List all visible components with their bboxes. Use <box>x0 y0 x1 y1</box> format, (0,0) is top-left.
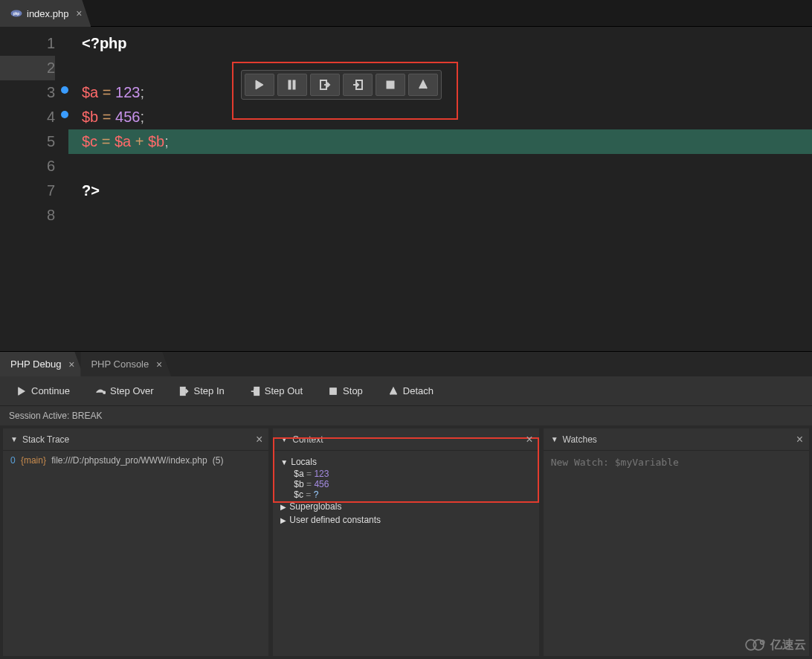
line-number: 2 <box>0 56 55 80</box>
debug-panel: PHP Debug × PHP Console × Continue Step … <box>0 351 812 659</box>
svg-rect-4 <box>293 80 295 89</box>
step-over-button[interactable]: Step Over <box>88 381 161 401</box>
code-token: ; <box>140 109 144 125</box>
step-in-button[interactable] <box>310 74 340 96</box>
line-number: 8 <box>0 203 55 228</box>
code-token: $b <box>148 133 164 150</box>
watermark: 亿速云 <box>742 637 806 653</box>
panel-context: ▼ Context × ▼Locals $a = 123 $b = 456 $c… <box>273 428 538 656</box>
var-value: 456 <box>314 479 329 489</box>
step-out-button[interactable] <box>343 74 373 96</box>
panel-title: Context <box>292 434 323 445</box>
chevron-down-icon: ▼ <box>280 458 288 466</box>
panel-header[interactable]: ▼ Watches × <box>544 428 809 451</box>
bottom-tab-bar: PHP Debug × PHP Console × <box>0 351 812 376</box>
button-label: Detach <box>403 385 434 396</box>
chevron-right-icon: ▶ <box>280 503 286 511</box>
code-token: 456 <box>115 109 140 125</box>
session-status: Session Active: BREAK <box>0 406 812 425</box>
breakpoint-marker[interactable] <box>61 86 68 94</box>
continue-button[interactable]: Continue <box>9 381 77 401</box>
frame-index: 0 <box>10 455 16 466</box>
context-var[interactable]: $c = ? <box>280 489 531 500</box>
code-token: 123 <box>115 84 140 100</box>
stop-button[interactable]: Stop <box>320 381 370 401</box>
frame-main: {main} <box>21 455 46 466</box>
button-label: Step Out <box>265 385 303 396</box>
var-value: 123 <box>314 469 329 479</box>
close-icon[interactable]: × <box>526 433 532 446</box>
debug-panels: ▼ Stack Trace × 0 {main} file:///D:/phps… <box>0 425 812 659</box>
line-number: 1 <box>0 31 55 56</box>
var-name: $c <box>294 489 303 500</box>
detach-button[interactable]: Detach <box>381 381 441 401</box>
line-number: 6 <box>0 154 55 179</box>
svg-marker-8 <box>19 387 25 395</box>
code-token: = <box>98 109 115 125</box>
context-var[interactable]: $b = 456 <box>280 479 531 489</box>
detach-button[interactable] <box>408 74 438 96</box>
line-number: 5 <box>0 129 55 154</box>
panel-header[interactable]: ▼ Context × <box>273 428 538 451</box>
svg-rect-7 <box>387 81 394 89</box>
breakpoint-marker[interactable] <box>61 111 68 118</box>
close-icon[interactable]: × <box>796 433 803 446</box>
close-icon[interactable]: × <box>256 433 262 446</box>
chevron-right-icon: ▶ <box>280 516 286 524</box>
editor-tab-index[interactable]: php index.php × <box>0 0 91 27</box>
svg-marker-2 <box>256 80 263 89</box>
close-icon[interactable]: × <box>76 7 82 19</box>
code-token: $a <box>115 133 131 150</box>
section-label: Superglobals <box>289 501 341 512</box>
watermark-text: 亿速云 <box>770 637 806 653</box>
svg-point-9 <box>103 391 106 393</box>
close-icon[interactable]: × <box>156 359 162 370</box>
code-area[interactable]: <?php $a = 123; $b = 456; $c = $a + $b; … <box>68 27 812 351</box>
var-name: $b <box>294 479 303 489</box>
code-token: ; <box>140 84 144 100</box>
step-out-button[interactable]: Step Out <box>242 381 310 401</box>
panel-watches: ▼ Watches × New Watch: $myVariable <box>544 428 809 656</box>
svg-text:php: php <box>13 12 19 16</box>
context-section-userconst[interactable]: ▶User defined constants <box>280 513 531 527</box>
var-value: ? <box>314 489 319 500</box>
code-token: $c <box>82 133 97 150</box>
pause-button[interactable] <box>277 74 307 96</box>
chevron-down-icon: ▼ <box>551 435 558 443</box>
frame-line: (5) <box>213 455 224 466</box>
context-section-superglobals[interactable]: ▶Superglobals <box>280 500 531 513</box>
frame-path: file:///D:/phpstudy_pro/WWW/index.php <box>51 455 207 466</box>
panel-title: Stack Trace <box>22 434 69 445</box>
chevron-down-icon: ▼ <box>10 435 18 443</box>
php-file-icon: php <box>10 7 22 19</box>
svg-point-14 <box>753 640 764 650</box>
code-token: $b <box>82 109 98 125</box>
tab-php-debug[interactable]: PHP Debug × <box>0 352 83 376</box>
code-editor[interactable]: 1 2 3 4 5 6 7 8 <?php $a = 123; $b = 456… <box>0 27 812 351</box>
section-label: User defined constants <box>289 515 381 525</box>
context-var[interactable]: $a = 123 <box>280 469 531 479</box>
stop-button[interactable] <box>376 74 405 96</box>
panel-title: Watches <box>563 434 597 445</box>
context-section-locals[interactable]: ▼Locals <box>280 455 531 469</box>
code-token: = <box>97 133 115 150</box>
panel-stack-trace: ▼ Stack Trace × 0 {main} file:///D:/phps… <box>3 428 268 656</box>
debug-toolbar: Continue Step Over Step In Step Out Stop… <box>0 376 812 406</box>
section-label: Locals <box>291 457 317 467</box>
continue-button[interactable] <box>245 74 274 96</box>
code-token: ; <box>164 133 169 150</box>
tab-label: PHP Debug <box>10 359 61 370</box>
line-gutter: 1 2 3 4 5 6 7 8 <box>0 27 68 351</box>
line-number: 3 <box>0 80 55 105</box>
button-label: Continue <box>31 385 70 396</box>
step-in-button[interactable]: Step In <box>172 381 232 401</box>
watch-input[interactable]: New Watch: $myVariable <box>544 451 809 474</box>
code-token: $a <box>82 84 98 100</box>
panel-header[interactable]: ▼ Stack Trace × <box>3 428 268 451</box>
editor-tab-bar: php index.php × <box>0 0 812 27</box>
button-label: Step In <box>194 385 225 396</box>
stack-row[interactable]: 0 {main} file:///D:/phpstudy_pro/WWW/ind… <box>3 451 268 470</box>
tab-php-console[interactable]: PHP Console × <box>80 352 171 376</box>
debug-float-toolbar <box>241 70 442 100</box>
close-icon[interactable]: × <box>68 359 74 370</box>
